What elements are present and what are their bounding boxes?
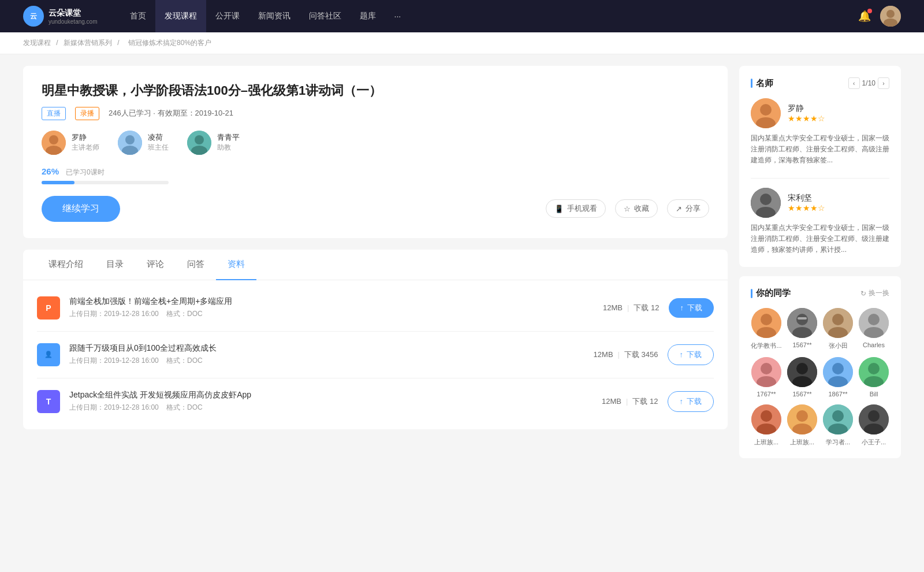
tab-review[interactable]: 评论: [135, 250, 176, 280]
sidebar-teacher-1-top: 罗静 ★★★★☆: [751, 98, 889, 128]
download-icon-2: ↑: [680, 350, 684, 359]
nav-item-home[interactable]: 首页: [121, 0, 155, 32]
teacher-3-avatar: [187, 131, 211, 155]
nav-item-courses[interactable]: 发现课程: [155, 0, 206, 32]
share-button[interactable]: ↗ 分享: [667, 199, 709, 218]
course-meta: 直播 录播 246人已学习 · 有效期至：2019-10-21: [42, 107, 709, 120]
watch-phone-button[interactable]: 📱 手机观看: [546, 199, 606, 218]
classmate-10-avatar[interactable]: [787, 404, 817, 434]
breadcrumb: 发现课程 / 新媒体营销系列 / 销冠修炼术搞定80%的客户: [0, 32, 924, 54]
tab-intro[interactable]: 课程介绍: [37, 250, 95, 280]
progress-section: 26% 已学习0课时: [42, 166, 709, 184]
star-icon: ☆: [624, 205, 631, 213]
teacher-3: 青青平 助教: [187, 131, 240, 155]
download-button-3[interactable]: ↑ 下载: [668, 391, 714, 412]
svg-point-4: [49, 135, 58, 144]
svg-point-38: [832, 363, 844, 374]
teachers-list: 罗静 主讲老师 凌荷 班主任: [42, 131, 709, 155]
teacher-2-name: 凌荷: [148, 132, 169, 143]
svg-point-47: [796, 410, 808, 422]
nav-item-qa[interactable]: 问答社区: [300, 0, 351, 32]
teachers-next-button[interactable]: ›: [878, 77, 889, 89]
nav-item-news[interactable]: 新闻资讯: [249, 0, 300, 32]
classmate-9-name: 上班族...: [754, 438, 778, 447]
classmate-4-avatar[interactable]: [859, 308, 889, 338]
classmate-12-name: 小王子...: [862, 438, 886, 447]
classmate-8: Bill: [858, 357, 889, 398]
classmate-2-name: 1567**: [792, 341, 811, 348]
bell-icon[interactable]: 🔔: [858, 10, 871, 23]
logo-icon: 云: [23, 6, 44, 27]
user-avatar[interactable]: [880, 6, 901, 27]
classmate-9-avatar[interactable]: [751, 404, 781, 434]
tabs-section: 课程介绍 目录 评论 问答 资料 P 前端全栈加强版！前端全栈+全周期+多端应用…: [23, 250, 728, 429]
svg-point-16: [760, 194, 772, 205]
tab-qa[interactable]: 问答: [176, 250, 216, 280]
download-button-1[interactable]: ↑ 下载: [669, 298, 714, 318]
resource-info-2: 跟随千万级项目从0到100全过程高效成长 上传日期：2019-12-28 16:…: [69, 343, 584, 366]
teacher-1: 罗静 主讲老师: [42, 131, 99, 155]
classmate-3-name: 张小田: [829, 341, 848, 350]
resource-meta-1: 上传日期：2019-12-28 16:00 格式：DOC: [69, 309, 594, 319]
resource-icon-1: P: [37, 296, 60, 320]
sidebar-teacher-1-desc: 国内某重点大学安全工程专业硕士，国家一级注册消防工程师、注册安全工程师、高级注册…: [751, 133, 889, 166]
resource-info-3: Jetpack全组件实战 开发短视频应用高仿皮皮虾App 上传日期：2019-1…: [69, 390, 593, 413]
classmate-1-avatar[interactable]: [751, 308, 781, 338]
classmate-6-avatar[interactable]: [787, 357, 817, 387]
teacher-1-avatar: [42, 131, 66, 155]
resource-stats-1: 12MB | 下载 12: [603, 303, 659, 313]
resource-meta-2: 上传日期：2019-12-28 16:00 格式：DOC: [69, 356, 584, 366]
tab-resource[interactable]: 资料: [216, 250, 256, 280]
classmate-5: 1767**: [751, 357, 782, 398]
watch-phone-label: 手机观看: [567, 203, 597, 214]
resource-item-2: 👤 跟随千万级项目从0到100全过程高效成长 上传日期：2019-12-28 1…: [37, 332, 714, 378]
resource-stats-2: 12MB | 下载 3456: [594, 350, 658, 360]
classmate-11-avatar[interactable]: [823, 404, 853, 434]
breadcrumb-courses[interactable]: 发现课程: [23, 39, 51, 47]
svg-point-50: [832, 410, 844, 422]
resource-item-3: T Jetpack全组件实战 开发短视频应用高仿皮皮虾App 上传日期：2019…: [37, 378, 714, 425]
teachers-page: 1/10: [862, 79, 875, 87]
left-content: 明星中教授课，小学阶段语法100分–强化级第1讲动词（一） 直播 录播 246人…: [23, 66, 728, 467]
classmates-card: 你的同学 ↻ 换一换 化学教书...: [739, 276, 901, 458]
tag-live: 直播: [42, 107, 66, 120]
nav-item-more[interactable]: ···: [385, 0, 411, 32]
breadcrumb-series[interactable]: 新媒体营销系列: [64, 39, 112, 47]
classmate-10-name: 上班族...: [790, 438, 814, 447]
svg-point-32: [761, 363, 772, 374]
teachers-prev-button[interactable]: ‹: [848, 77, 860, 89]
classmate-7-avatar[interactable]: [823, 357, 853, 387]
sidebar-teacher-2-stars: ★★★★☆: [788, 203, 825, 213]
continue-button[interactable]: 继续学习: [42, 196, 120, 222]
download-icon-3: ↑: [680, 397, 684, 406]
logo[interactable]: 云 云朵课堂 yundouketang.com: [23, 6, 98, 27]
classmate-5-avatar[interactable]: [751, 357, 781, 387]
teacher-3-role: 助教: [217, 143, 240, 153]
classmate-7: 1867**: [822, 357, 854, 398]
progress-bar-wrap: [42, 181, 169, 184]
teachers-pagination: ‹ 1/10 ›: [848, 77, 889, 89]
classmates-title: 你的同学: [751, 288, 791, 299]
classmate-8-avatar[interactable]: [859, 357, 889, 387]
nav-item-open[interactable]: 公开课: [206, 0, 249, 32]
resource-icon-3: T: [37, 390, 60, 413]
classmate-1-name: 化学教书...: [751, 341, 781, 350]
collect-button[interactable]: ☆ 收藏: [615, 199, 658, 218]
resource-list: P 前端全栈加强版！前端全栈+全周期+多端应用 上传日期：2019-12-28 …: [23, 280, 728, 429]
classmate-3-avatar[interactable]: [823, 308, 853, 338]
tag-record: 录播: [75, 107, 99, 120]
classmate-9: 上班族...: [751, 404, 782, 447]
course-info: 246人已学习 · 有效期至：2019-10-21: [109, 108, 233, 118]
sidebar-teacher-1-name: 罗静: [788, 103, 825, 114]
classmate-2-avatar[interactable]: [787, 308, 817, 338]
sidebar-teacher-1-info: 罗静 ★★★★☆: [788, 103, 825, 123]
tab-catalog[interactable]: 目录: [95, 250, 135, 280]
classmate-12-avatar[interactable]: [859, 404, 889, 434]
svg-point-13: [760, 104, 772, 116]
classmate-2: 1567**: [787, 308, 818, 350]
teacher-divider: [751, 178, 889, 179]
resource-name-3: Jetpack全组件实战 开发短视频应用高仿皮皮虾App: [69, 390, 593, 400]
download-button-2[interactable]: ↑ 下载: [668, 344, 714, 365]
nav-item-quiz[interactable]: 题库: [351, 0, 385, 32]
refresh-classmates-button[interactable]: ↻ 换一换: [860, 288, 889, 298]
